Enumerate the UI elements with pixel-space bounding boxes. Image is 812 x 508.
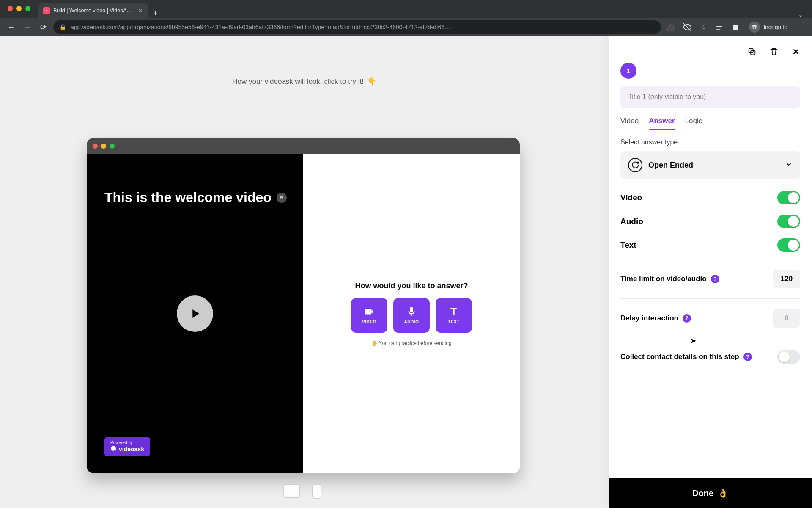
reading-list-icon[interactable] bbox=[713, 21, 725, 33]
svg-point-9 bbox=[637, 162, 639, 163]
desktop-preview-button[interactable] bbox=[283, 484, 300, 498]
camera-permission-icon[interactable]: 🎥 bbox=[665, 21, 677, 33]
window-zoom-dot[interactable] bbox=[25, 6, 30, 11]
answer-text-label: TEXT bbox=[448, 320, 460, 324]
eye-off-icon[interactable] bbox=[681, 21, 693, 33]
step-title-input[interactable] bbox=[620, 86, 800, 108]
answer-audio-label: AUDIO bbox=[404, 320, 419, 324]
collect-contact-switch[interactable] bbox=[777, 350, 800, 364]
mouse-cursor-icon: ➤ bbox=[690, 336, 697, 345]
collect-contact-help-icon[interactable]: ? bbox=[743, 353, 752, 361]
select-answer-type-label: Select answer type: bbox=[609, 138, 812, 146]
delay-help-icon[interactable]: ? bbox=[683, 314, 691, 323]
toggle-audio-row: Audio bbox=[609, 215, 812, 228]
done-label: Done bbox=[692, 489, 713, 498]
powered-by-label: Powered by: bbox=[110, 440, 144, 445]
svg-rect-1 bbox=[716, 26, 722, 27]
browser-window: • Build | Welcome video | VideoA… ✕ + ⌄ … bbox=[0, 0, 812, 508]
divider bbox=[620, 338, 800, 338]
text-icon bbox=[448, 306, 459, 317]
overlay-remove-icon[interactable]: ✕ bbox=[277, 193, 287, 203]
new-tab-button[interactable]: + bbox=[148, 9, 163, 18]
time-limit-help-icon[interactable]: ? bbox=[711, 275, 719, 283]
toggle-video-label: Video bbox=[620, 193, 642, 202]
toggle-audio-switch[interactable] bbox=[777, 215, 800, 228]
incognito-indicator[interactable]: Incognito bbox=[746, 22, 791, 33]
ok-hand-emoji: 👌 bbox=[718, 488, 728, 498]
tab-answer[interactable]: Answer bbox=[649, 117, 675, 130]
play-button[interactable] bbox=[177, 295, 213, 332]
delete-step-button[interactable] bbox=[768, 46, 780, 58]
time-limit-label: Time limit on video/audio bbox=[620, 275, 707, 283]
address-bar[interactable]: 🔒 app.videoask.com/app/organizations/8b9… bbox=[53, 20, 661, 34]
step-number-chip[interactable]: 1 bbox=[620, 63, 636, 79]
incognito-icon bbox=[749, 22, 760, 33]
powered-by-badge[interactable]: Powered by: videoask bbox=[104, 437, 150, 456]
tab-close-icon[interactable]: ✕ bbox=[138, 7, 143, 14]
delay-interaction-input[interactable] bbox=[773, 309, 800, 328]
tab-video[interactable]: Video bbox=[620, 117, 639, 130]
star-bookmark-icon[interactable]: ☆ bbox=[697, 21, 709, 33]
microphone-icon bbox=[406, 306, 417, 317]
svg-rect-2 bbox=[716, 28, 720, 29]
canvas-area[interactable]: How your videoask will look, click to tr… bbox=[0, 36, 609, 508]
mobile-preview-button[interactable] bbox=[312, 484, 321, 499]
step-settings-panel: 1 Video Answer Logic Select answer type:… bbox=[609, 36, 812, 508]
toggle-text-row: Text bbox=[609, 238, 812, 252]
tab-logic[interactable]: Logic bbox=[685, 117, 702, 130]
device-preview-toggle bbox=[283, 484, 321, 499]
collect-contact-label: Collect contact details on this step bbox=[620, 353, 739, 361]
answer-text-button[interactable]: TEXT bbox=[436, 298, 472, 333]
panel-action-row bbox=[609, 36, 812, 59]
preview-titlebar bbox=[87, 138, 520, 154]
done-button[interactable]: Done 👌 bbox=[609, 478, 812, 508]
incognito-label: Incognito bbox=[763, 24, 787, 30]
kebab-menu-icon[interactable]: ⋮ bbox=[795, 21, 807, 33]
open-ended-icon bbox=[628, 158, 642, 172]
answer-audio-button[interactable]: AUDIO bbox=[393, 298, 430, 333]
close-panel-button[interactable] bbox=[790, 46, 802, 58]
preview-minimize-dot[interactable] bbox=[101, 144, 106, 149]
reload-button[interactable]: ⟳ bbox=[37, 21, 49, 33]
answer-type-value: Open Ended bbox=[648, 161, 693, 170]
delay-interaction-label: Delay interaction bbox=[620, 314, 678, 323]
brand-text: videoask bbox=[119, 446, 144, 453]
step-number: 1 bbox=[627, 67, 630, 75]
toggle-video-switch[interactable] bbox=[777, 191, 800, 204]
preview-zoom-dot[interactable] bbox=[110, 144, 115, 149]
tab-overflow-icon[interactable]: ⌄ bbox=[793, 12, 809, 18]
duplicate-step-button[interactable] bbox=[746, 46, 758, 58]
preview-close-dot[interactable] bbox=[93, 144, 98, 149]
chevron-down-icon bbox=[785, 160, 793, 170]
preview-video-pane[interactable]: This is the welcome video ✕ Powered by: bbox=[87, 154, 303, 473]
site-info-icon[interactable]: 🔒 bbox=[59, 24, 66, 30]
preview-answer-pane: How would you like to answer? VIDEO AUDI… bbox=[303, 154, 520, 473]
preview-caption-text: How your videoask will look, click to tr… bbox=[232, 77, 364, 86]
answer-video-button[interactable]: VIDEO bbox=[351, 298, 387, 333]
forward-button[interactable]: → bbox=[21, 21, 33, 33]
svg-rect-0 bbox=[716, 25, 722, 25]
window-minimize-dot[interactable] bbox=[16, 6, 22, 11]
mac-traffic-lights bbox=[8, 6, 30, 11]
divider bbox=[620, 298, 800, 299]
tab-strip: • Build | Welcome video | VideoA… ✕ + ⌄ bbox=[0, 0, 812, 18]
answer-prompt: How would you like to answer? bbox=[355, 282, 468, 290]
time-limit-input[interactable] bbox=[773, 270, 800, 288]
toggle-audio-label: Audio bbox=[620, 217, 643, 226]
back-button[interactable]: ← bbox=[5, 21, 17, 33]
videoask-preview-window[interactable]: This is the welcome video ✕ Powered by: bbox=[87, 138, 520, 473]
preview-body: This is the welcome video ✕ Powered by: bbox=[87, 154, 520, 473]
panel-tabs: Video Answer Logic bbox=[609, 117, 812, 130]
delay-interaction-row: Delay interaction ? bbox=[609, 309, 812, 328]
preview-caption: How your videoask will look, click to tr… bbox=[232, 77, 376, 86]
svg-point-6 bbox=[755, 27, 757, 29]
window-close-dot[interactable] bbox=[8, 6, 13, 11]
collect-contact-row: Collect contact details on this step ? bbox=[609, 350, 812, 364]
extensions-icon[interactable] bbox=[730, 21, 741, 33]
url-text: app.videoask.com/app/organizations/8b955… bbox=[71, 24, 655, 30]
answer-type-dropdown[interactable]: Open Ended bbox=[620, 151, 800, 179]
svg-rect-4 bbox=[733, 25, 738, 30]
toggle-text-switch[interactable] bbox=[777, 238, 800, 252]
browser-tab[interactable]: • Build | Welcome video | VideoA… ✕ bbox=[38, 3, 148, 18]
toggle-video-row: Video bbox=[609, 191, 812, 204]
